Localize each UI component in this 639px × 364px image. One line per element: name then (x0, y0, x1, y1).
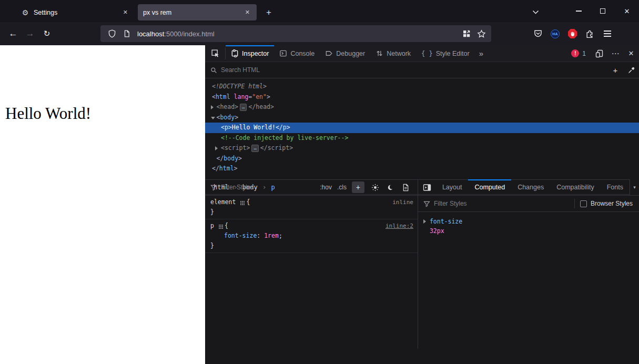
sidebar-tab-fonts[interactable]: Fonts (601, 179, 630, 195)
extensions-button[interactable] (581, 26, 599, 42)
markup-token-attr: lang (234, 93, 249, 100)
tab-title: Settings (34, 9, 120, 16)
markup-line[interactable]: <script>…</script> (205, 143, 639, 154)
toggle-sidebar-button[interactable] (418, 179, 436, 195)
rule-source-link[interactable]: inline (392, 197, 413, 207)
markup-line[interactable]: <!DOCTYPE html> (205, 82, 639, 92)
tab-close-icon[interactable]: ✕ (120, 7, 130, 17)
markup-line[interactable]: <head>…</head> (205, 102, 639, 113)
maximize-button[interactable] (591, 0, 615, 22)
devtools-tab-console[interactable]: Console (274, 45, 320, 62)
tab-settings[interactable]: ⚙ Settings ✕ (16, 4, 135, 21)
rule-element-style[interactable]: element { inline } (205, 196, 418, 219)
computed-property-name[interactable]: font-size (430, 218, 462, 225)
responsive-mode-button[interactable] (592, 45, 607, 62)
devtools-tab-debugger[interactable]: Debugger (320, 45, 370, 62)
add-rule-button[interactable]: + (352, 181, 364, 193)
print-simulation-toggle[interactable] (400, 181, 412, 194)
search-icon (210, 67, 217, 74)
minimize-icon (576, 11, 582, 11)
browser-styles-checkbox[interactable] (580, 200, 587, 207)
sidebar-tab-changes[interactable]: Changes (511, 179, 550, 195)
eyedropper-button[interactable] (623, 62, 639, 78)
markup-token-punct: > (235, 114, 238, 121)
more-tabs-button[interactable]: » (475, 45, 488, 62)
tab-px-vs-rem[interactable]: px vs rem ✕ (138, 4, 257, 21)
computed-property[interactable]: font-size (423, 217, 639, 226)
container-grid-icon[interactable] (462, 29, 471, 38)
devtools-toolbar: Inspector Console Debugger Network { } S… (205, 45, 639, 62)
sidebar-tab-compatibility[interactable]: Compatibility (550, 179, 601, 195)
collapse-arrow-icon[interactable] (211, 117, 215, 119)
rule-source-link[interactable]: inline:2 (386, 221, 413, 231)
app-menu-button[interactable] (599, 26, 616, 42)
back-button[interactable]: ← (5, 26, 22, 42)
computed-filter-input[interactable]: Filter Styles (434, 200, 574, 207)
web-page-viewport[interactable]: Hello World! (0, 45, 205, 364)
property-name[interactable]: font-size (224, 232, 257, 239)
close-brace: } (210, 207, 413, 217)
selector-highlighter-icon[interactable] (240, 201, 241, 202)
pseudo-class-toggle[interactable]: :hov (320, 184, 332, 191)
shield-icon[interactable] (108, 29, 116, 38)
style-editor-icon: { } (421, 50, 433, 57)
blocker-extension-button[interactable] (564, 26, 581, 42)
property-value[interactable]: 1rem (264, 232, 279, 239)
reload-button[interactable]: ↻ (38, 26, 55, 42)
devtools-toolbar-right: ! 1 ⋯ ✕ (571, 45, 639, 62)
forward-button[interactable]: → (22, 26, 38, 42)
tab-close-icon[interactable]: ✕ (242, 7, 252, 17)
light-scheme-toggle[interactable] (369, 181, 382, 194)
rule-selector[interactable]: element (210, 197, 236, 207)
devtools-tab-inspector[interactable]: Inspector (226, 45, 274, 62)
sidebar-tab-computed[interactable]: Computed (468, 179, 511, 195)
computed-filter-row: Filter Styles Browser Styles (418, 196, 639, 212)
minimize-button[interactable] (566, 0, 591, 22)
markup-line[interactable]: <body> (205, 113, 639, 123)
meatballs-icon: ⋯ (612, 49, 620, 58)
expand-arrow-icon[interactable] (215, 146, 218, 150)
colon: : (257, 232, 264, 239)
pick-element-button[interactable] (205, 45, 225, 62)
rule-p[interactable]: p { inline:2 font-size: 1rem; } (205, 219, 418, 253)
sidebar-tabs-dropdown-button[interactable]: ▾ (630, 179, 639, 195)
dark-scheme-toggle[interactable] (384, 181, 397, 194)
url-bar[interactable]: localhost:5000/index.html (100, 25, 491, 42)
extension-ha-button[interactable]: HA (546, 26, 564, 42)
list-all-tabs-button[interactable] (528, 4, 543, 20)
markup-line[interactable]: <!--Code injected by live-server--> (205, 133, 639, 144)
error-badge-icon[interactable]: ! (571, 49, 579, 57)
markup-line[interactable]: </html> (205, 164, 639, 174)
sidebar-tabs: Layout Computed Changes Compatibility Fo… (418, 179, 639, 196)
devtools-tab-network[interactable]: Network (370, 45, 416, 62)
markup-line-selected[interactable]: <p>Hello World!</p> (205, 123, 639, 133)
devtools-menu-button[interactable]: ⋯ (607, 45, 623, 62)
expand-arrow-icon[interactable] (423, 219, 426, 224)
devtools-tab-style-editor[interactable]: { } Style Editor (416, 45, 475, 62)
rule-selector[interactable]: p (210, 221, 214, 231)
filter-row-separator (574, 199, 575, 208)
search-html-input[interactable]: Search HTML (221, 66, 607, 74)
class-toggle[interactable]: .cls (337, 184, 347, 191)
close-window-button[interactable]: ✕ (615, 0, 639, 22)
new-tab-button[interactable]: + (261, 5, 277, 21)
selector-highlighter-icon[interactable] (219, 225, 220, 226)
computed-pane: Layout Computed Changes Compatibility Fo… (418, 179, 639, 349)
pocket-icon (533, 29, 543, 38)
page-paragraph: Hello World! (5, 104, 91, 123)
sidebar-tab-layout[interactable]: Layout (436, 179, 469, 195)
plus-icon: + (613, 66, 618, 75)
css-declaration[interactable]: font-size: 1rem; (210, 231, 413, 241)
filter-styles-input[interactable]: Filter Styles (221, 184, 320, 191)
bookmark-star-icon[interactable] (477, 29, 486, 38)
expand-arrow-icon[interactable] (211, 105, 214, 109)
markup-line[interactable]: </body> (205, 154, 639, 164)
add-node-button[interactable]: + (607, 62, 623, 78)
page-info-icon[interactable] (123, 29, 131, 38)
hamburger-menu-icon (604, 31, 611, 37)
devtools-close-button[interactable]: ✕ (623, 45, 639, 62)
url-text[interactable]: localhost:5000/index.html (137, 30, 462, 38)
pocket-button[interactable] (529, 26, 546, 42)
markup-token-dim: </script> (260, 144, 293, 151)
markup-line[interactable]: <html lang="en"> (205, 92, 639, 103)
